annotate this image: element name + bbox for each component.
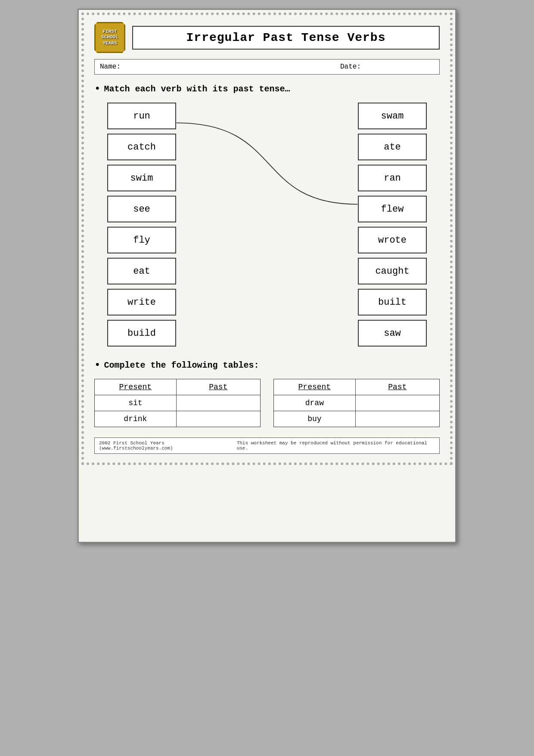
tables-section: Present Past sit drink	[94, 379, 440, 427]
table2-draw-present: draw	[274, 395, 356, 411]
worksheet-page: FIRST SCHOOL YEARS Irregular Past Tense …	[78, 9, 456, 543]
name-label: Name:	[100, 63, 267, 71]
table2-buy-past[interactable]	[355, 411, 439, 427]
logo: FIRST SCHOOL YEARS	[94, 22, 125, 53]
table-row: sit	[95, 395, 261, 411]
bullet-icon: •	[94, 83, 100, 95]
name-date-row: Name: Date:	[94, 59, 440, 75]
table1-drink-present: drink	[95, 411, 177, 427]
date-label: Date:	[267, 63, 434, 71]
footer-left: 2002 First School Years (www.firstschool…	[99, 440, 237, 451]
word-box-see: see	[107, 196, 176, 222]
tables-row: Present Past sit drink	[94, 379, 440, 427]
table1-drink-past[interactable]	[176, 411, 260, 427]
word-box-caught: caught	[358, 258, 427, 284]
table-2: Present Past draw buy	[273, 379, 440, 427]
table-row: buy	[274, 411, 440, 427]
page-title: Irregular Past Tense Verbs	[132, 26, 440, 50]
word-box-write: write	[107, 289, 176, 316]
table2-buy-present: buy	[274, 411, 356, 427]
word-box-catch: catch	[107, 134, 176, 160]
word-box-ran: ran	[358, 165, 427, 191]
table1-col1-header: Present	[95, 379, 177, 395]
word-box-fly: fly	[107, 227, 176, 253]
word-box-run: run	[107, 103, 176, 129]
table2-col2-header: Past	[355, 379, 439, 395]
word-box-swim: swim	[107, 165, 176, 191]
table-row: drink	[95, 411, 261, 427]
footer: 2002 First School Years (www.firstschool…	[94, 437, 440, 454]
right-column: swam ate ran flew wrote caught built saw	[358, 103, 427, 347]
word-box-flew: flew	[358, 196, 427, 222]
word-box-saw: saw	[358, 320, 427, 347]
logo-text: FIRST SCHOOL YEARS	[101, 29, 118, 46]
left-column: run catch swim see fly eat write build	[107, 103, 176, 347]
word-box-wrote: wrote	[358, 227, 427, 253]
table1-col2-header: Past	[176, 379, 260, 395]
table1-sit-past[interactable]	[176, 395, 260, 411]
header: FIRST SCHOOL YEARS Irregular Past Tense …	[94, 22, 440, 53]
instruction-1: • Match each verb with its past tense…	[94, 83, 440, 95]
table1-sit-present: sit	[95, 395, 177, 411]
table2-draw-past[interactable]	[355, 395, 439, 411]
bullet-icon-2: •	[94, 359, 100, 371]
table2-col1-header: Present	[274, 379, 356, 395]
matching-area: run catch swim see fly eat write build s…	[94, 103, 440, 347]
word-box-built: built	[358, 289, 427, 316]
word-box-ate: ate	[358, 134, 427, 160]
footer-right: This worksheet may be reproduced without…	[237, 440, 435, 451]
word-box-swam: swam	[358, 103, 427, 129]
word-box-build: build	[107, 320, 176, 347]
table-1: Present Past sit drink	[94, 379, 261, 427]
instruction-2: • Complete the following tables:	[94, 359, 440, 371]
table-row: draw	[274, 395, 440, 411]
word-box-eat: eat	[107, 258, 176, 284]
